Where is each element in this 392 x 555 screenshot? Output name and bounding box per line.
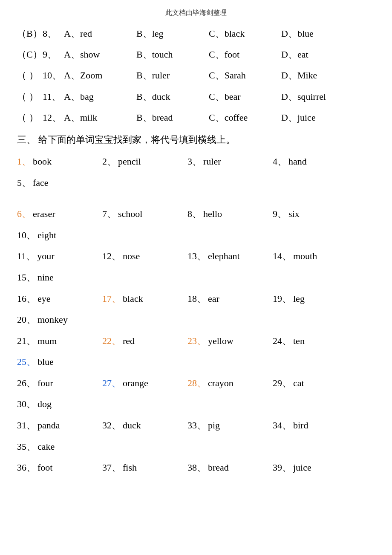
mc-row: （ ）10、A、ZoomB、rulerC、SarahD、Mike [17, 68, 375, 83]
list-item: 31、panda [17, 417, 102, 434]
mc-row: （ ）11、A、bagB、duckC、bearD、squirrel [17, 89, 375, 104]
word-text: pig [208, 417, 220, 434]
list-item: 12、nose [102, 248, 187, 265]
list-item: 23、yellow [187, 332, 273, 350]
word-text: monkey [37, 311, 68, 328]
list-item: 8、hello [187, 205, 273, 223]
word-num: 15、 [17, 269, 36, 286]
list-item: 32、duck [102, 417, 187, 434]
word-text: your [37, 248, 54, 265]
word-row: 35、cake [17, 438, 375, 455]
mc-row: （C）9、A、showB、touchC、footD、eat [17, 47, 375, 62]
word-text: red [123, 332, 135, 350]
word-num: 18、 [187, 290, 206, 307]
mc-options: A、ZoomB、rulerC、SarahD、Mike [64, 68, 375, 83]
word-text: pencil [118, 153, 141, 170]
word-text: hand [288, 153, 307, 170]
mc-option: C、Sarah [209, 68, 281, 83]
word-text: school [118, 205, 142, 223]
word-text: elephant [208, 248, 240, 265]
word-text: mouth [293, 248, 317, 265]
mc-option: D、Mike [281, 68, 354, 83]
word-text: cat [293, 375, 304, 392]
word-num: 1、 [17, 153, 31, 170]
word-num: 26、 [17, 375, 36, 392]
mc-option: C、coffee [209, 110, 281, 125]
list-item: 16、eye [17, 290, 102, 307]
word-num: 16、 [17, 290, 36, 307]
word-row: 31、panda32、duck33、pig34、bird [17, 417, 375, 434]
word-row: 11、your12、nose13、elephant14、mouth [17, 248, 375, 265]
word-text: nose [123, 248, 140, 265]
mc-option: A、red [64, 26, 136, 41]
word-num: 10、 [17, 227, 36, 244]
word-text: nine [37, 269, 54, 286]
word-text: duck [123, 417, 141, 434]
word-text: ruler [203, 153, 221, 170]
mc-option: C、bear [209, 89, 281, 104]
word-text: eye [37, 290, 51, 307]
word-num: 22、 [102, 332, 121, 350]
word-row: 1、book2、pencil3、ruler4、hand [17, 153, 375, 170]
word-text: ten [293, 332, 305, 350]
list-item: 10、eight [17, 227, 102, 244]
word-text: dog [37, 396, 52, 413]
list-item: 27、orange [102, 375, 187, 392]
word-num: 13、 [187, 248, 206, 265]
word-num: 32、 [102, 417, 121, 434]
mc-section: （B）8、A、redB、legC、blackD、blue（C）9、A、showB… [17, 26, 375, 125]
list-item: 14、mouth [273, 248, 358, 265]
mc-option: A、show [64, 47, 136, 62]
word-row: 21、mum22、red23、yellow24、ten [17, 332, 375, 350]
mc-options: A、milkB、breadC、coffeeD、juice [64, 110, 375, 125]
word-text: juice [293, 459, 311, 476]
mc-options: A、bagB、duckC、bearD、squirrel [64, 89, 375, 104]
word-text: eight [37, 227, 56, 244]
list-item: 25、blue [17, 353, 102, 370]
word-text: ear [208, 290, 219, 307]
list-item: 22、red [102, 332, 187, 350]
list-item: 39、juice [273, 459, 358, 476]
word-text: fish [123, 459, 137, 476]
mc-option: D、squirrel [281, 89, 354, 104]
word-num: 2、 [102, 153, 116, 170]
word-row: 6、eraser7、school8、hello9、six [17, 205, 375, 223]
list-item: 7、school [102, 205, 187, 223]
list-item: 1、book [17, 153, 102, 170]
document-header: 此文档由毕海剑整理 [17, 9, 375, 17]
word-num: 37、 [102, 459, 121, 476]
mc-option: D、blue [281, 26, 354, 41]
list-item: 35、cake [17, 438, 102, 455]
list-item: 4、hand [273, 153, 358, 170]
list-item: 6、eraser [17, 205, 102, 223]
word-section: 1、book2、pencil3、ruler4、hand5、face6、erase… [17, 153, 375, 476]
word-row: 16、eye17、black18、ear19、leg [17, 290, 375, 307]
word-text: bread [208, 459, 229, 476]
mc-option: B、touch [136, 47, 209, 62]
word-num: 9、 [273, 205, 287, 223]
list-item: 21、mum [17, 332, 102, 350]
list-item: 2、pencil [102, 153, 187, 170]
word-text: book [33, 153, 52, 170]
list-item: 3、ruler [187, 153, 273, 170]
word-text: yellow [208, 332, 233, 350]
mc-answer: （B） [17, 26, 43, 41]
list-item: 11、your [17, 248, 102, 265]
word-num: 25、 [17, 353, 36, 370]
word-num: 3、 [187, 153, 202, 170]
header-text: 此文档由毕海剑整理 [165, 9, 227, 16]
mc-options: A、showB、touchC、footD、eat [64, 47, 375, 62]
mc-option: A、milk [64, 110, 136, 125]
word-num: 24、 [273, 332, 291, 350]
word-text: orange [123, 375, 148, 392]
list-item: 13、elephant [187, 248, 273, 265]
mc-options: A、redB、legC、blackD、blue [64, 26, 375, 41]
list-item: 28、crayon [187, 375, 273, 392]
mc-num: 12、 [43, 110, 64, 125]
word-num: 29、 [273, 375, 291, 392]
word-text: cake [37, 438, 55, 455]
list-item: 24、ten [273, 332, 358, 350]
mc-option: D、eat [281, 47, 354, 62]
word-num: 12、 [102, 248, 121, 265]
mc-answer: （ ） [17, 110, 43, 125]
